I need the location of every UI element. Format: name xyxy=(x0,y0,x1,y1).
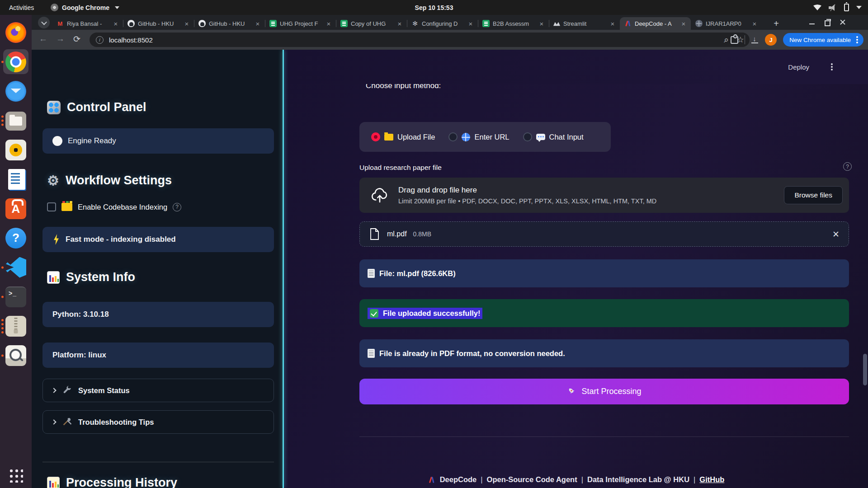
tab-close-icon[interactable] xyxy=(680,20,687,27)
codebase-indexing-checkbox[interactable] xyxy=(47,202,56,211)
tab-label: DeepCode - A xyxy=(635,20,677,27)
deploy-button[interactable]: Deploy xyxy=(788,63,809,71)
browser-tab[interactable]: Streamlit xyxy=(549,17,620,30)
uploader-help-icon[interactable] xyxy=(843,162,852,171)
rhythmbox-icon xyxy=(5,140,26,160)
tab-close-icon[interactable] xyxy=(751,20,758,27)
clock[interactable]: Sep 10 15:53 xyxy=(415,4,453,11)
browser-tab[interactable]: Riya Bansal - xyxy=(52,17,123,30)
browser-tab[interactable]: IJRAR1ARP0 xyxy=(691,17,762,30)
extensions-icon[interactable] xyxy=(731,36,738,44)
start-processing-button[interactable]: Start Processing xyxy=(359,379,849,404)
file-dropzone[interactable]: Drag and drop file here Limit 200MB per … xyxy=(359,178,849,213)
new-tab-button[interactable] xyxy=(771,18,782,29)
tab-close-icon[interactable] xyxy=(609,20,616,27)
page-scrollbar-thumb[interactable] xyxy=(863,354,867,385)
terminal-icon xyxy=(5,286,26,307)
dock-item-chrome[interactable] xyxy=(0,47,32,76)
close-window-button[interactable] xyxy=(839,19,846,26)
radio-unselected-icon[interactable] xyxy=(523,132,532,141)
running-indicator-dots xyxy=(1,296,4,298)
tab-close-icon[interactable] xyxy=(183,20,190,27)
history-icon xyxy=(47,477,60,488)
dock-item-archive-manager[interactable] xyxy=(0,311,32,341)
back-button[interactable]: ← xyxy=(39,34,47,44)
dock-item-help[interactable] xyxy=(0,223,32,253)
chrome-update-button[interactable]: New Chrome available xyxy=(783,33,863,47)
platform-card: Platform: linux xyxy=(42,343,274,368)
footer-lab: Data Intelligence Lab @ HKU xyxy=(587,475,689,484)
tab-label: B2B Assessm xyxy=(493,20,535,27)
radio-upload-file[interactable]: Upload File xyxy=(371,132,435,141)
downloads-icon[interactable] xyxy=(751,36,759,43)
dock-item-terminal[interactable] xyxy=(0,282,32,311)
activities-button[interactable]: Activities xyxy=(9,4,34,11)
browser-tab[interactable]: UHG Project F xyxy=(265,17,336,30)
address-bar[interactable]: localhost:8502 xyxy=(90,33,750,47)
wifi-icon xyxy=(813,5,821,10)
troubleshooting-expander[interactable]: Troubleshooting Tips xyxy=(42,410,274,434)
vscode-icon xyxy=(5,257,26,278)
profile-avatar[interactable]: J xyxy=(765,34,777,46)
desktop: Activities Google Chrome Sep 10 15:53 Ri… xyxy=(0,0,868,488)
dock-item-vscode[interactable] xyxy=(0,253,32,282)
app-menu[interactable]: Google Chrome xyxy=(51,4,119,11)
minimize-button[interactable] xyxy=(808,19,816,26)
battery-icon xyxy=(844,4,849,11)
globe-icon xyxy=(462,133,470,141)
running-indicator-dots xyxy=(1,319,4,333)
dock xyxy=(0,15,32,488)
reload-button[interactable]: ⟳ xyxy=(73,34,80,44)
system-status-expander[interactable]: System Status xyxy=(42,379,274,402)
radio-selected-icon[interactable] xyxy=(371,132,380,141)
running-indicator-dots xyxy=(1,61,4,63)
speech-bubble-icon xyxy=(536,134,545,140)
dock-item-ubuntu-software[interactable] xyxy=(0,194,32,223)
forward-button[interactable]: → xyxy=(56,34,65,44)
browser-tab[interactable]: GitHub - HKU xyxy=(194,17,265,30)
tab-close-icon[interactable] xyxy=(467,20,474,27)
browse-files-button[interactable]: Browse files xyxy=(784,186,843,204)
tab-close-icon[interactable] xyxy=(538,20,545,27)
radio-enter-url[interactable]: Enter URL xyxy=(448,132,509,141)
tab-close-icon[interactable] xyxy=(325,20,332,27)
restore-button[interactable] xyxy=(824,19,831,26)
browser-tab[interactable]: Configuring D xyxy=(407,17,478,30)
tab-search-button[interactable] xyxy=(38,17,50,28)
sidebar-resize-divider[interactable] xyxy=(283,50,284,488)
tab-close-icon[interactable] xyxy=(396,20,403,27)
uploaded-file-size: 0.8MB xyxy=(413,230,431,238)
tab-close-icon[interactable] xyxy=(112,20,119,27)
libreoffice-writer-icon xyxy=(8,169,25,190)
dock-item-rhythmbox[interactable] xyxy=(0,135,32,164)
upload-success-card: File uploaded successfully! xyxy=(359,299,849,327)
codebase-indexing-label: Enable Codebase Indexing xyxy=(78,203,167,211)
browser-tab[interactable]: GitHub - HKU xyxy=(123,17,194,30)
dock-item-libreoffice-writer[interactable] xyxy=(0,164,32,194)
remove-file-icon[interactable] xyxy=(832,229,840,239)
radio-chat-input[interactable]: Chat Input xyxy=(523,132,584,141)
choose-input-clip: Choose input method: xyxy=(366,84,441,94)
dock-item-firefox[interactable] xyxy=(0,18,32,47)
browser-tab[interactable]: Copy of UHG xyxy=(336,17,407,30)
screenshot-tool-icon xyxy=(5,345,26,366)
browser-tab[interactable]: B2B Assessm xyxy=(478,17,549,30)
site-info-icon[interactable] xyxy=(96,36,104,44)
dock-item-screenshot-tool[interactable] xyxy=(0,341,32,370)
dock-item-show-applications[interactable] xyxy=(0,459,32,488)
dock-item-thunderbird[interactable] xyxy=(0,76,32,106)
tab-label: Copy of UHG xyxy=(351,20,393,27)
radio-unselected-icon[interactable] xyxy=(448,132,458,141)
running-indicator-dots xyxy=(1,354,4,357)
browser-tab[interactable]: DeepCode - A xyxy=(620,17,691,30)
help-icon[interactable] xyxy=(173,203,181,211)
app-menu-kebab-icon[interactable] xyxy=(831,66,833,68)
zoom-icon[interactable] xyxy=(724,35,729,45)
dock-item-files[interactable] xyxy=(0,106,32,135)
system-tray[interactable] xyxy=(813,4,862,11)
tab-close-icon[interactable] xyxy=(254,20,261,27)
toolbar-separator xyxy=(745,35,745,44)
archive-manager-icon xyxy=(5,316,26,337)
github-link[interactable]: GitHub xyxy=(699,475,724,484)
app-menu-label: Google Chrome xyxy=(62,4,109,11)
